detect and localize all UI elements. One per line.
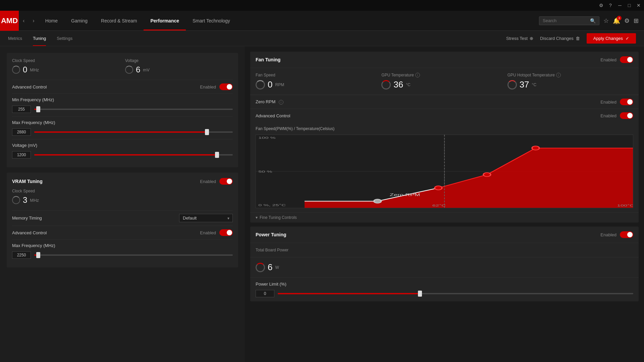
help-icon[interactable]: ?	[608, 3, 613, 8]
vram-max-freq-thumb[interactable]	[36, 252, 40, 258]
memory-timing-dropdown-wrapper: Default Fast Faster	[179, 214, 233, 222]
tab-settings[interactable]: Settings	[57, 31, 72, 46]
nav-smart-technology[interactable]: Smart Technology	[186, 11, 237, 31]
profile-icon[interactable]: ⊞	[634, 17, 639, 24]
min-frequency-section: Min Frequency (MHz)	[12, 94, 233, 116]
power-card-header: Power Tuning Enabled	[250, 227, 639, 243]
voltage-mv-slider[interactable]	[34, 154, 233, 156]
clock-dial-icon	[12, 66, 20, 74]
voltage-mv-fill	[34, 154, 217, 156]
vram-max-freq-slider[interactable]	[34, 254, 233, 256]
power-tuning-card: Power Tuning Enabled Total Board Power 6…	[250, 227, 639, 301]
voltage-dial-icon	[125, 66, 133, 74]
gpu-hotspot-metric: GPU Hotspot Temperature i 37 °C	[507, 73, 633, 90]
nav-forward-button[interactable]: ›	[29, 18, 38, 24]
gpu-temp-unit: °C	[406, 82, 410, 87]
vram-clock-dial	[12, 196, 20, 204]
nav-record-stream[interactable]: Record & Stream	[94, 11, 144, 31]
sub-nav-actions: Stress Test ⊕ Discard Changes 🗑 Apply Ch…	[506, 33, 636, 44]
fan-chart-section: Fan Speed(PWM(%) / Temperature(Celsius)	[250, 122, 639, 212]
svg-marker-3	[305, 148, 633, 208]
stress-test-button[interactable]: Stress Test ⊕	[506, 36, 533, 41]
maximize-icon[interactable]: □	[627, 3, 632, 8]
fan-metrics-row: Fan Speed 0 RPM GPU Temperature i	[250, 68, 639, 95]
tab-metrics[interactable]: Metrics	[8, 31, 22, 46]
search-input[interactable]	[543, 18, 587, 23]
voltage-display: Voltage 6 mV	[125, 58, 233, 74]
fan-chart-svg: Zero RPM 100 % 50 % 0 %, 25°C 62°C 100°C	[256, 135, 633, 208]
max-frequency-thumb[interactable]	[205, 129, 209, 135]
nav-back-button[interactable]: ‹	[19, 18, 29, 24]
gpu-temp-info-icon[interactable]: i	[415, 73, 420, 77]
zero-rpm-toggle[interactable]	[620, 99, 633, 105]
tab-tuning[interactable]: Tuning	[33, 31, 46, 46]
gpu-hotspot-unit: °C	[532, 82, 536, 87]
total-board-power-row: Total Board Power	[250, 243, 639, 257]
fan-speed-chart[interactable]: Zero RPM 100 % 50 % 0 %, 25°C 62°C 100°C	[256, 134, 633, 208]
min-frequency-thumb[interactable]	[36, 106, 40, 112]
notification-badge: 3	[617, 16, 622, 20]
chevron-down-icon: ▾	[256, 215, 258, 220]
fan-enabled-toggle[interactable]	[620, 56, 633, 63]
vram-clock-display: Clock Speed 3 MHz	[12, 189, 233, 205]
voltage-value: 6	[136, 65, 140, 74]
discard-changes-button[interactable]: Discard Changes 🗑	[540, 36, 580, 41]
memory-timing-select[interactable]: Default Fast Faster	[179, 214, 233, 222]
min-frequency-slider[interactable]	[34, 109, 233, 110]
zero-rpm-status: Enabled	[600, 100, 616, 105]
search-box[interactable]: 🔍	[539, 16, 599, 25]
nav-gaming[interactable]: Gaming	[64, 11, 94, 31]
favorites-icon[interactable]: ☆	[603, 17, 609, 24]
max-frequency-fill	[34, 131, 207, 133]
nav-home[interactable]: Home	[39, 11, 64, 31]
fan-advanced-toggle[interactable]	[620, 112, 633, 119]
advanced-control-toggle[interactable]	[219, 83, 233, 90]
minimize-icon[interactable]: ─	[617, 3, 623, 8]
vram-advanced-toggle[interactable]	[219, 229, 233, 236]
power-enabled-toggle[interactable]	[620, 231, 633, 238]
fine-tuning-controls[interactable]: ▾ Fine Tuning Controls	[250, 212, 639, 223]
main-content: Clock Speed 0 MHz Voltage 6 mV	[0, 46, 644, 362]
power-status: Enabled	[600, 232, 616, 237]
close-icon[interactable]: ✕	[636, 3, 641, 8]
vram-max-freq-section: Max Frequency (MHz)	[12, 239, 233, 262]
nav-performance[interactable]: Performance	[144, 11, 186, 31]
settings-system-icon[interactable]: ⚙	[598, 3, 604, 8]
right-panel: Fan Tuning Enabled Fan Speed 0 RPM	[245, 46, 644, 362]
min-frequency-input[interactable]	[12, 106, 31, 113]
voltage-mv-input[interactable]	[12, 151, 31, 159]
svg-text:100 %: 100 %	[258, 136, 275, 139]
power-limit-input[interactable]	[256, 290, 274, 297]
power-limit-slider[interactable]	[278, 293, 633, 294]
notifications-icon[interactable]: 🔔 3	[613, 17, 620, 24]
vram-advanced-status: Enabled	[200, 230, 216, 235]
power-unit: W	[275, 265, 279, 270]
fan-speed-value: 0	[268, 79, 272, 90]
settings-icon[interactable]: ⚙	[624, 17, 630, 24]
clock-speed-unit: MHz	[30, 67, 39, 72]
svg-text:0 %, 25°C: 0 %, 25°C	[258, 203, 286, 207]
max-frequency-slider[interactable]	[34, 131, 233, 133]
max-frequency-section: Max Frequency (MHz)	[12, 116, 233, 139]
title-bar: ⚙ ? ─ □ ✕	[0, 0, 644, 11]
amd-logo: AMD	[0, 11, 19, 31]
gpu-hotspot-info-icon[interactable]: i	[556, 73, 561, 77]
zero-rpm-info-icon[interactable]: i	[279, 100, 283, 105]
total-board-power-label: Total Board Power	[256, 248, 288, 252]
voltage-unit: mV	[143, 67, 150, 72]
gpu-hotspot-dial	[507, 80, 517, 89]
fan-title: Fan Tuning	[256, 57, 280, 62]
vram-toggle[interactable]	[219, 178, 233, 185]
vram-title: VRAM Tuning	[12, 179, 43, 184]
sub-nav: Metrics Tuning Settings Stress Test ⊕ Di…	[0, 31, 644, 46]
vram-max-freq-input[interactable]	[12, 251, 31, 259]
advanced-control-row: Advanced Control Enabled	[12, 80, 233, 94]
search-icon: 🔍	[590, 18, 596, 23]
voltage-mv-thumb[interactable]	[215, 152, 219, 158]
fan-speed-dial	[256, 80, 265, 89]
max-frequency-input[interactable]	[12, 128, 31, 136]
apply-changes-button[interactable]: Apply Changes ✓	[587, 33, 636, 44]
power-limit-thumb[interactable]	[418, 291, 422, 297]
discard-icon: 🗑	[576, 36, 580, 41]
power-value: 6	[268, 262, 272, 273]
